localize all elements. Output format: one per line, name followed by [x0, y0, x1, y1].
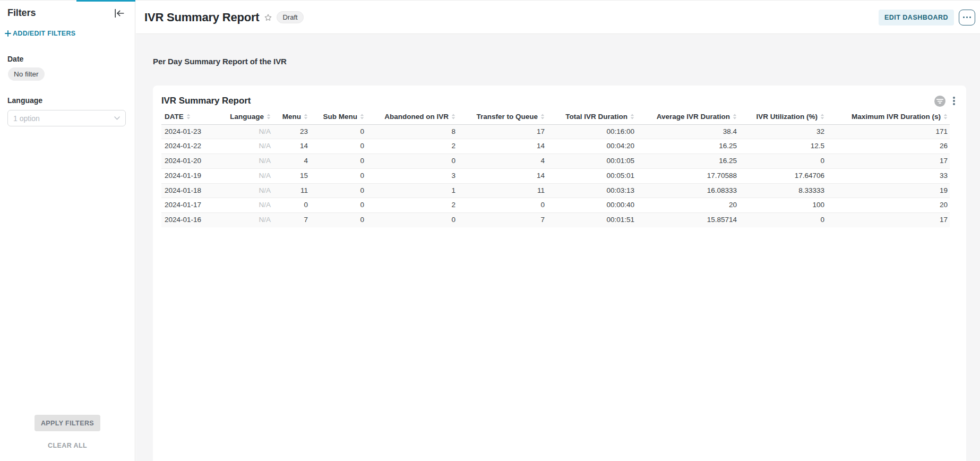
main-area: IVR Summary Report Draft EDIT DASHBOARD … [136, 0, 980, 461]
widget-header: IVR Summary Report [161, 94, 958, 108]
column-header[interactable]: Transfer to Queue [458, 109, 547, 124]
dashboard-canvas: Per Day Summary Report of the IVR IVR Su… [136, 34, 980, 461]
add-edit-filters-button[interactable]: ADD/EDIT FILTERS [5, 30, 75, 37]
column-header-label: Language [230, 113, 264, 121]
header-more-button[interactable] [959, 10, 975, 25]
table-cell: 2024-01-23 [161, 124, 222, 139]
table-cell: 14 [458, 168, 547, 183]
table-row[interactable]: 2024-01-23N/A23081700:16:0038.432171 [161, 124, 950, 139]
sort-icon [943, 114, 948, 119]
language-filter-label: Language [7, 96, 135, 105]
table-cell: 0 [458, 198, 547, 213]
star-icon [264, 13, 272, 22]
table-cell: 00:04:20 [547, 139, 637, 154]
clear-all-button[interactable]: CLEAR ALL [0, 442, 135, 449]
table-cell: 00:03:13 [547, 183, 637, 198]
table-cell: 7 [273, 213, 310, 227]
sort-icon [186, 114, 191, 119]
table-cell: N/A [222, 183, 273, 198]
language-select-value: 1 option [13, 114, 114, 123]
table-body: 2024-01-23N/A23081700:16:0038.4321712024… [161, 124, 950, 227]
table-cell: 0 [310, 139, 366, 154]
status-badge: Draft [277, 11, 303, 23]
table-cell: 100 [739, 198, 827, 213]
widget-menu-button[interactable] [950, 96, 958, 107]
apply-filters-button[interactable]: APPLY FILTERS [35, 415, 100, 431]
sort-icon [820, 114, 824, 119]
table-row[interactable]: 2024-01-22N/A14021400:04:2016.2512.526 [161, 139, 950, 154]
table-cell: N/A [222, 198, 273, 213]
favorite-star-button[interactable] [264, 13, 272, 22]
table-cell: 2024-01-18 [161, 183, 222, 198]
table-cell: 14 [273, 139, 310, 154]
table-cell: 32 [739, 124, 827, 139]
ivr-summary-table: DATELanguageMenuSub MenuAbandoned on IVR… [161, 109, 950, 227]
column-header-label: Menu [282, 113, 301, 121]
table-cell: 171 [827, 124, 950, 139]
column-header-label: Total IVR Duration [565, 113, 627, 121]
table-cell: 3 [366, 168, 458, 183]
column-header[interactable]: Abandoned on IVR [366, 109, 458, 124]
filters-sidebar: Filters ADD/EDIT FILTERS Date No filter … [0, 0, 135, 461]
table-cell: 20 [637, 198, 739, 213]
table-cell: 0 [310, 213, 366, 227]
table-cell: N/A [222, 124, 273, 139]
table-cell: 8.33333 [739, 183, 827, 198]
table-cell: 8 [366, 124, 458, 139]
column-header[interactable]: DATE [161, 109, 222, 124]
table-cell: 33 [827, 168, 950, 183]
page-header: IVR Summary Report Draft EDIT DASHBOARD [136, 0, 980, 34]
table-cell: 0 [310, 124, 366, 139]
more-vertical-icon [953, 97, 955, 99]
table-cell: 17 [458, 124, 547, 139]
table-cell: 16.08333 [637, 183, 739, 198]
column-header[interactable]: IVR Utilization (%) [739, 109, 827, 124]
table-cell: 26 [827, 139, 950, 154]
table-cell: 2024-01-16 [161, 213, 222, 227]
column-header-label: Sub Menu [323, 113, 358, 121]
table-cell: 17.70588 [637, 168, 739, 183]
table-cell: 2 [366, 139, 458, 154]
date-filter-chip[interactable]: No filter [8, 67, 45, 81]
table-row[interactable]: 2024-01-20N/A400400:01:0516.25017 [161, 154, 950, 169]
table-cell: 0 [739, 213, 827, 227]
table-cell: 11 [273, 183, 310, 198]
table-cell: 17 [827, 213, 950, 227]
table-cell: 0 [273, 198, 310, 213]
table-cell: 0 [739, 154, 827, 169]
table-row[interactable]: 2024-01-16N/A700700:01:5115.85714017 [161, 213, 950, 227]
table-cell: 2024-01-17 [161, 198, 222, 213]
table-cell: 23 [273, 124, 310, 139]
column-header-label: DATE [165, 113, 184, 121]
widget-filter-button[interactable] [934, 96, 945, 107]
table-cell: 2024-01-20 [161, 154, 222, 169]
edit-dashboard-button[interactable]: EDIT DASHBOARD [879, 10, 954, 25]
table-cell: 38.4 [637, 124, 739, 139]
table-cell: N/A [222, 139, 273, 154]
table-cell: 0 [310, 154, 366, 169]
column-header[interactable]: Average IVR Duration [637, 109, 739, 124]
add-edit-filters-label: ADD/EDIT FILTERS [13, 30, 75, 37]
table-cell: 15.85714 [637, 213, 739, 227]
page-title: IVR Summary Report [144, 11, 259, 24]
column-header[interactable]: Language [222, 109, 273, 124]
column-header-label: IVR Utilization (%) [757, 113, 818, 121]
table-cell: 00:05:01 [547, 168, 637, 183]
table-cell: 7 [458, 213, 547, 227]
table-cell: 0 [366, 213, 458, 227]
table-cell: 0 [366, 154, 458, 169]
column-header[interactable]: Total IVR Duration [547, 109, 637, 124]
column-header[interactable]: Menu [273, 109, 310, 124]
collapse-sidebar-button[interactable] [114, 8, 125, 18]
table-row[interactable]: 2024-01-17N/A002000:00:402010020 [161, 198, 950, 213]
column-header[interactable]: Maximum IVR Duration (s) [827, 109, 950, 124]
table-cell: 4 [458, 154, 547, 169]
table-row[interactable]: 2024-01-19N/A15031400:05:0117.7058817.64… [161, 168, 950, 183]
table-cell: N/A [222, 213, 273, 227]
plus-icon [5, 30, 11, 37]
column-header[interactable]: Sub Menu [310, 109, 366, 124]
sort-icon [540, 114, 545, 119]
table-row[interactable]: 2024-01-18N/A11011100:03:1316.083338.333… [161, 183, 950, 198]
table-cell: 19 [827, 183, 950, 198]
language-select[interactable]: 1 option [7, 110, 126, 126]
